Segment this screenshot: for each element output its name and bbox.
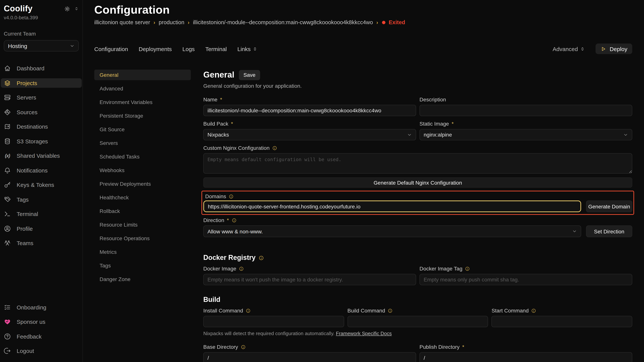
build-command-input[interactable] [347,316,488,327]
subnav-scheduled-tasks[interactable]: Scheduled Tasks [94,151,191,162]
save-button[interactable]: Save [239,70,260,80]
subnav-danger-zone[interactable]: Danger Zone [94,274,191,285]
info-icon[interactable] [388,308,393,313]
sidebar-item-s3-storages[interactable]: S3 Storages [1,136,82,146]
sidebar-item-profile[interactable]: Profile [1,224,82,233]
settings-subnav: General Advanced Environment Variables P… [94,70,191,362]
key-icon [4,181,11,188]
main-area: Configuration illicitonion quote server … [83,0,644,362]
sidebar-item-dashboard[interactable]: Dashboard [1,63,82,73]
sidebar-item-onboarding[interactable]: Onboarding [1,303,82,312]
sidebar-item-teams[interactable]: Teams [1,238,82,248]
subnav-git-source[interactable]: Git Source [94,124,191,135]
docker-image-tag-input[interactable] [420,274,632,285]
subnav-servers[interactable]: Servers [94,138,191,148]
build-pack-select[interactable]: Nixpacks [203,129,416,140]
sidebar-item-terminal[interactable]: Terminal [1,209,82,219]
theme-toggle-icon[interactable] [64,6,70,11]
install-command-input[interactable] [203,316,344,327]
build-command-label: Build Command [347,308,488,314]
info-icon[interactable] [241,345,246,349]
sidebar-item-projects[interactable]: Projects [1,78,82,88]
base-directory-label: Base Directory [203,344,416,350]
description-input[interactable] [420,105,632,116]
info-icon[interactable] [232,218,236,223]
tab-bar: Configuration Deployments Logs Terminal … [94,43,632,54]
layers-icon [4,79,11,86]
subnav-webhooks[interactable]: Webhooks [94,165,191,176]
info-icon[interactable] [531,308,536,313]
direction-select[interactable]: Allow www & non-www. [203,225,581,237]
sidebar-item-keys-tokens[interactable]: Keys & Tokens [1,180,82,190]
subnav-environment-variables[interactable]: Environment Variables [94,97,191,107]
tab-logs[interactable]: Logs [182,45,195,52]
user-icon [4,225,11,232]
info-icon[interactable] [239,266,244,271]
subnav-persistent-storage[interactable]: Persistent Storage [94,110,191,121]
tab-configuration[interactable]: Configuration [94,45,128,52]
sidebar-item-sponsor[interactable]: Sponsor us [1,317,82,327]
generate-nginx-button[interactable]: Generate Default Nginx Configuration [203,177,632,188]
subnav-tags[interactable]: Tags [94,260,191,271]
framework-docs-link[interactable]: Framework Specific Docs [336,331,392,336]
chevron-down-icon [407,132,412,137]
info-icon[interactable] [272,145,277,150]
info-icon[interactable] [229,194,234,199]
sidebar-item-sources[interactable]: Sources [1,107,82,117]
breadcrumb-separator: › [376,19,378,25]
nginx-config-textarea[interactable] [203,153,632,174]
server-icon [4,94,11,101]
breadcrumb-application[interactable]: illicitestonion/-module--decomposition:m… [193,19,373,25]
status-badge: Exited [389,19,405,25]
sidebar-item-shared-variables[interactable]: (x)Shared Variables [1,151,82,160]
subnav-rollback[interactable]: Rollback [94,206,191,216]
generate-domain-button[interactable]: Generate Domain [586,200,632,212]
deploy-button[interactable]: Deploy [596,43,632,54]
subnav-advanced[interactable]: Advanced [94,83,191,94]
start-command-label: Start Command [492,308,632,314]
chevron-updown-icon [252,46,258,51]
set-direction-button[interactable]: Set Direction [586,225,632,237]
info-icon[interactable] [258,255,264,260]
tab-terminal[interactable]: Terminal [206,45,227,52]
name-input[interactable] [203,105,416,116]
docker-image-tag-label: Docker Image Tag [420,266,632,272]
chevron-down-icon [70,43,74,48]
sidebar-item-servers[interactable]: Servers [1,93,82,102]
domains-input[interactable] [203,200,581,212]
docker-image-input[interactable] [203,274,416,285]
subnav-resource-limits[interactable]: Resource Limits [94,219,191,230]
info-icon[interactable] [465,266,470,271]
sidebar-item-destinations[interactable]: Destinations [1,122,82,131]
nixpacks-hint: Nixpacks will detect the required config… [203,331,632,336]
users-icon [4,239,11,247]
sidebar-item-feedback[interactable]: Feedback [1,332,82,341]
tab-links[interactable]: Links [238,45,258,52]
info-icon[interactable] [246,308,251,313]
sidebar-item-tags[interactable]: Tags [1,195,82,204]
subnav-metrics[interactable]: Metrics [94,247,191,257]
tab-deployments[interactable]: Deployments [138,45,172,52]
base-directory-input[interactable] [203,352,416,362]
subnav-preview-deployments[interactable]: Preview Deployments [94,179,191,189]
breadcrumb-environment[interactable]: production [159,19,184,25]
publish-directory-input[interactable] [420,352,632,362]
collapse-sidebar-icon[interactable] [74,6,79,11]
team-select[interactable]: Hosting [4,40,79,51]
sidebar-item-logout[interactable]: Logout [1,346,82,356]
breadcrumb-project[interactable]: illicitonion quote server [94,19,150,25]
sidebar-item-notifications[interactable]: Notifications [1,165,82,175]
subnav-healthcheck[interactable]: Healthcheck [94,192,191,203]
advanced-menu[interactable]: Advanced [552,45,585,52]
domains-highlight-box: Domains Generate Domain [202,191,634,215]
start-command-input[interactable] [492,316,632,327]
current-team-label: Current Team [4,31,79,37]
install-command-label: Install Command [203,308,344,314]
breadcrumb-separator: › [154,19,155,25]
static-image-select[interactable]: nginx:alpine [420,129,632,140]
subnav-resource-operations[interactable]: Resource Operations [94,233,191,244]
section-description: General configuration for your applicati… [203,83,632,89]
subnav-general[interactable]: General [94,70,191,80]
static-image-label: Static Image* [420,121,632,127]
bell-icon [4,167,11,174]
